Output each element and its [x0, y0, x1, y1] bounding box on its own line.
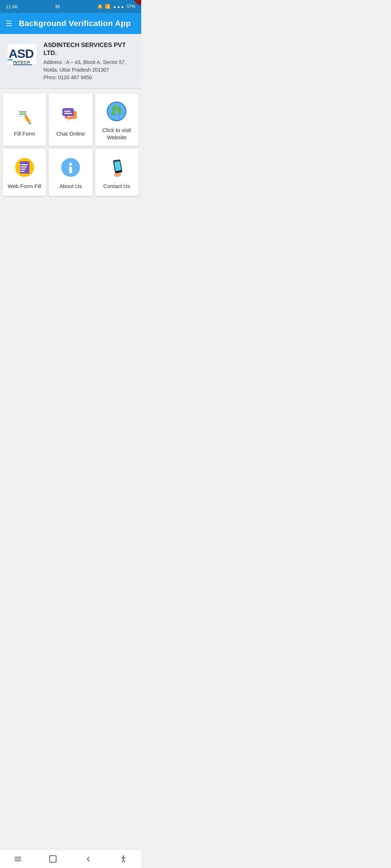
- svg-point-38: [20, 171, 21, 172]
- chat-online-button[interactable]: Chat Online: [49, 93, 92, 146]
- svg-point-40: [69, 163, 72, 166]
- svg-point-24: [117, 108, 122, 114]
- company-info: ASDINTECH SERVICES PVT LTD. Address : A …: [43, 41, 135, 81]
- svg-rect-9: [19, 116, 24, 117]
- svg-marker-15: [67, 119, 70, 122]
- fill-form-label: Fill Form: [14, 130, 35, 137]
- chat-online-icon: [59, 103, 82, 127]
- contact-us-label: Contact Us: [103, 183, 130, 190]
- status-bar: 11:46 M 🔔 📶 ▲▲▲ 57% DEBUG: [0, 0, 141, 13]
- about-us-label: About Us: [59, 183, 82, 190]
- svg-text:INTECH: INTECH: [13, 60, 30, 64]
- app-bar: ☰ Background Verification App: [0, 13, 141, 34]
- contact-us-icon: [105, 156, 128, 179]
- signal-icon: ▲▲▲: [113, 4, 125, 9]
- svg-rect-41: [69, 167, 72, 173]
- svg-point-37: [20, 169, 21, 170]
- fill-form-icon: [13, 103, 36, 127]
- company-name: ASDINTECH SERVICES PVT LTD.: [43, 41, 135, 57]
- grid-container: Fill Form Chat: [0, 90, 141, 199]
- battery-text: 57%: [127, 4, 135, 9]
- svg-rect-34: [21, 171, 25, 172]
- svg-rect-33: [21, 169, 26, 170]
- svg-rect-4: [8, 59, 13, 60]
- company-address: Address : A – 43, Block A, Sector 57, No…: [43, 59, 135, 74]
- company-logo: ASD INTECH: [6, 41, 38, 67]
- svg-rect-8: [19, 114, 26, 115]
- svg-rect-32: [21, 166, 27, 167]
- wifi-icon: 📶: [105, 4, 110, 9]
- company-card: ASD INTECH ASDINTECH SERVICES PVT LTD. A…: [0, 34, 141, 89]
- chat-online-label: Chat Online: [56, 130, 85, 137]
- svg-point-35: [20, 164, 21, 165]
- visit-website-icon: [105, 100, 128, 123]
- company-phone: Phno: 0120 467 9450: [43, 74, 135, 81]
- svg-rect-20: [64, 111, 71, 112]
- hamburger-icon[interactable]: ☰: [6, 19, 12, 28]
- svg-text:ASD: ASD: [9, 47, 34, 60]
- svg-rect-31: [21, 164, 28, 165]
- svg-point-36: [20, 166, 21, 167]
- svg-rect-7: [19, 111, 26, 112]
- status-time: 11:46: [6, 4, 18, 9]
- about-us-button[interactable]: About Us: [49, 149, 92, 196]
- about-us-icon: [59, 156, 82, 179]
- svg-rect-18: [62, 108, 74, 116]
- svg-rect-21: [64, 113, 72, 114]
- app-title: Background Verification App: [19, 19, 131, 28]
- gmail-icon: M: [55, 4, 60, 9]
- visit-website-label: Click to visit Website: [98, 127, 135, 141]
- visit-website-button[interactable]: Click to visit Website: [95, 93, 138, 146]
- svg-rect-3: [13, 64, 32, 65]
- bell-icon: 🔔: [97, 4, 103, 9]
- main-content: Fill Form Chat: [0, 90, 141, 271]
- contact-us-button[interactable]: Contact Us: [95, 149, 138, 196]
- web-form-fill-icon: [13, 156, 36, 179]
- web-form-fill-label: Web Form Fill: [8, 183, 41, 190]
- web-form-fill-button[interactable]: Web Form Fill: [3, 149, 46, 196]
- fill-form-button[interactable]: Fill Form: [3, 93, 46, 146]
